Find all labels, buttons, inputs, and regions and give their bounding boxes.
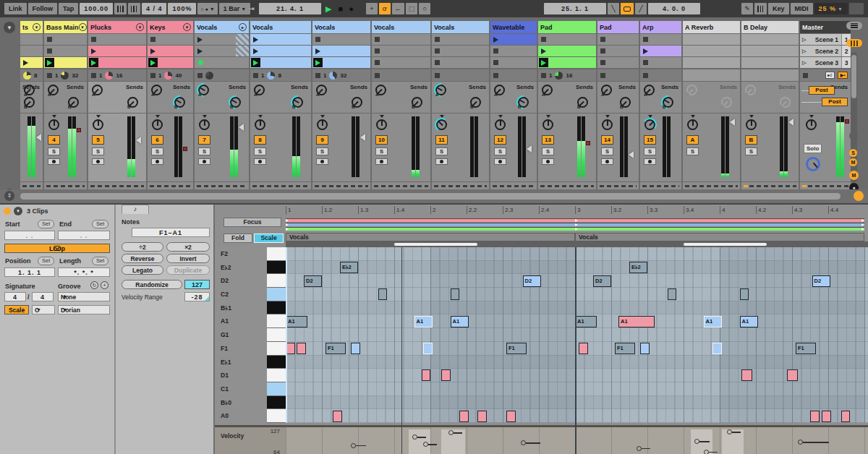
stop-all-icon[interactable]	[643, 73, 648, 78]
volume-handle-icon[interactable]	[730, 119, 735, 126]
capture-midi-button[interactable]: ○	[419, 3, 430, 14]
nudge-down-button[interactable]	[114, 3, 127, 14]
track-activator-button[interactable]: 15	[644, 135, 656, 145]
velocity-marker[interactable]	[727, 429, 732, 434]
piano-key[interactable]	[267, 288, 286, 301]
pan-knob[interactable]	[255, 119, 265, 130]
loop-length-field[interactable]: 4. 0. 0	[648, 3, 700, 14]
send-a-knob[interactable]: A	[151, 85, 162, 95]
monitor-button[interactable]	[601, 158, 613, 165]
clip-loop-bar[interactable]	[286, 223, 864, 226]
play-clip-icon[interactable]	[253, 48, 258, 54]
piano-key[interactable]	[267, 328, 286, 342]
solo-button[interactable]: S	[316, 147, 328, 155]
clip-slot[interactable]	[490, 34, 537, 45]
clip-slot[interactable]	[195, 34, 249, 45]
clip-slot[interactable]	[372, 46, 430, 56]
track-title[interactable]: A Reverb	[683, 21, 740, 33]
midi-note[interactable]: F1	[326, 343, 346, 354]
time-signature-field[interactable]: 4 / 4	[142, 3, 167, 14]
midi-note[interactable]: D2	[523, 275, 541, 287]
note-range-field[interactable]: F1–A1	[132, 228, 210, 237]
send-b-knob[interactable]: B	[68, 97, 79, 108]
velocity-marker[interactable]	[448, 430, 454, 435]
clip-slot[interactable]	[195, 46, 249, 56]
pan-knob[interactable]	[376, 119, 387, 130]
solo-button[interactable]: S	[198, 147, 210, 155]
send-a-knob[interactable]: A	[316, 85, 327, 95]
notes-tab[interactable]: ♪	[122, 205, 149, 214]
clip-slot[interactable]	[372, 34, 430, 45]
clip-slot[interactable]	[640, 57, 681, 68]
note-grid[interactable]: E♭2E♭2D2D2D2D2A1A1A1A1A1A1A1F1F1F1F1	[286, 247, 868, 423]
play-clip-icon[interactable]	[91, 48, 96, 54]
stop-clip-icon[interactable]	[643, 60, 648, 65]
session-record-selection-button[interactable]: ⬚	[406, 3, 418, 14]
velocity-range-field[interactable]: -28	[184, 292, 210, 301]
play-clip-icon[interactable]	[315, 48, 320, 54]
midi-note[interactable]	[640, 343, 650, 354]
track-title[interactable]: B Delay	[741, 21, 799, 33]
stop-all-icon[interactable]	[253, 73, 258, 78]
clip-slot[interactable]	[683, 34, 740, 45]
randomize-amount-field[interactable]: 127	[184, 280, 210, 289]
clip-slot[interactable]	[741, 46, 799, 56]
play-clip-icon[interactable]	[643, 48, 648, 54]
track-title[interactable]: Vocals▸	[195, 21, 249, 33]
clip-slot[interactable]	[44, 46, 87, 56]
send-a-knob[interactable]: A	[198, 85, 209, 95]
track-title[interactable]: Pad	[597, 21, 639, 33]
velocity-marker[interactable]	[351, 443, 356, 448]
volume-handle-icon[interactable]	[629, 151, 634, 158]
track-activator-button[interactable]: 9	[316, 135, 328, 145]
clip-slot[interactable]	[432, 46, 489, 56]
midi-note[interactable]: E♭2	[629, 262, 647, 273]
chevron-down-icon[interactable]: ▼	[79, 23, 87, 31]
stop-all-icon[interactable]	[47, 73, 52, 78]
track-activator-button[interactable]: 5	[92, 135, 104, 145]
send-b-knob[interactable]: B	[663, 97, 673, 108]
clip-launch-row[interactable]	[432, 69, 489, 81]
double-time-button[interactable]: ×2	[166, 242, 210, 252]
clip-slot[interactable]	[20, 34, 43, 45]
chevron-down-icon[interactable]: ▼	[33, 23, 41, 31]
stop-clip-icon[interactable]	[493, 60, 498, 65]
stop-clip-icon[interactable]	[91, 37, 96, 42]
midi-note[interactable]	[787, 369, 798, 381]
volume-handle-icon[interactable]	[36, 134, 41, 141]
clip-launch-row[interactable]: 132	[44, 69, 87, 81]
scale-button[interactable]: Scale	[254, 234, 284, 243]
piano-key[interactable]	[267, 342, 286, 356]
clip-slot[interactable]	[20, 46, 43, 56]
track-title[interactable]: ts▼	[20, 21, 43, 33]
groove-add-icon[interactable]: +	[101, 281, 109, 289]
follow-arrow-button[interactable]: ⇥	[246, 3, 258, 14]
send-b-knob[interactable]: B	[127, 97, 138, 108]
halve-time-button[interactable]: ÷2	[122, 242, 163, 252]
pan-knob[interactable]	[48, 119, 59, 130]
clip-launch-row[interactable]: 8	[20, 69, 43, 81]
loop-brace-handle[interactable]	[394, 243, 477, 246]
clip-slot[interactable]	[44, 57, 87, 68]
send-a-knob[interactable]: A	[686, 85, 697, 95]
piano-key[interactable]	[267, 409, 286, 423]
show-detail-button[interactable]	[854, 191, 864, 201]
clip-slot[interactable]	[597, 57, 639, 68]
track-title[interactable]: Vocals	[312, 21, 370, 33]
piano-key[interactable]	[267, 261, 286, 275]
cpu-meter[interactable]: 25 %▼	[814, 3, 848, 14]
track-title[interactable]: Plucks▼	[88, 21, 146, 33]
clip-slot[interactable]	[741, 34, 799, 45]
midi-note[interactable]: A1	[704, 316, 722, 327]
clip-slot[interactable]	[683, 57, 740, 68]
volume-handle-icon[interactable]	[527, 145, 532, 153]
clip-slot[interactable]	[490, 57, 537, 68]
midi-note[interactable]: A1	[451, 316, 469, 327]
clip-slot[interactable]	[538, 46, 596, 56]
clip-launch-row[interactable]: 140	[148, 69, 193, 81]
stop-clip-icon[interactable]	[150, 37, 156, 42]
send-a-knob[interactable]: A	[494, 85, 505, 95]
groove-commit-icon[interactable]: ↻	[90, 281, 98, 289]
monitor-button[interactable]	[542, 158, 554, 165]
stop-clip-icon[interactable]	[315, 37, 320, 42]
